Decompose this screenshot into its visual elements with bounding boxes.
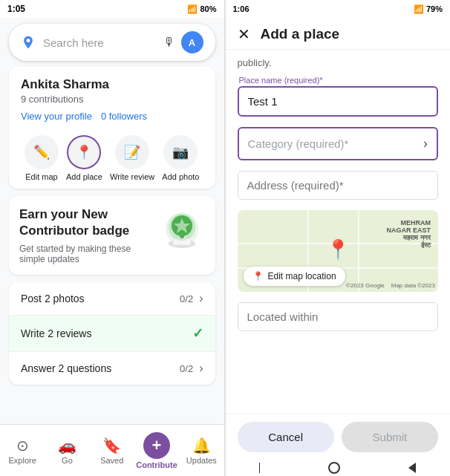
svg-point-2	[27, 39, 30, 42]
submit-button[interactable]: Submit	[342, 422, 438, 452]
checkmark-icon: ✓	[192, 325, 203, 342]
followers-link[interactable]: 0 followers	[101, 111, 147, 122]
place-name-input[interactable]	[238, 86, 439, 117]
address-input[interactable]	[238, 171, 439, 200]
signal-icon: 📶	[187, 4, 198, 14]
contributions-count: 9 contributions	[21, 94, 203, 105]
task-post-photos-progress: 0/2	[180, 293, 193, 304]
edit-map-icon-wrap: ✏️	[25, 135, 59, 169]
right-phone-bar	[226, 460, 451, 476]
user-avatar[interactable]: A	[181, 31, 203, 53]
task-post-photos-label: Post 2 photos	[21, 293, 180, 304]
cancel-button[interactable]: Cancel	[238, 422, 334, 452]
profile-section: Ankita Sharma 9 contributions View your …	[9, 67, 215, 189]
add-photo-action[interactable]: 📷 Add photo	[162, 135, 199, 181]
nav-updates[interactable]: 🔔 Updates	[179, 425, 224, 476]
left-panel: 1:05 📶 80% Search here 🎙 A Ankita Sharma…	[0, 0, 225, 476]
right-battery: 79%	[426, 4, 443, 13]
google-maps-icon	[21, 35, 36, 50]
task-answer-questions-progress: 0/2	[180, 363, 193, 374]
edit-map-location-button[interactable]: 📍 Edit map location	[244, 267, 345, 286]
right-panel: 1:06 📶 79% ✕ Add a place publicly. Place…	[226, 0, 451, 476]
located-within-field	[238, 302, 439, 339]
task-write-reviews[interactable]: Write 2 reviews ✓	[9, 316, 215, 352]
write-review-label: Write review	[110, 172, 154, 181]
user-name: Ankita Sharma	[21, 77, 203, 92]
contribute-label: Contribute	[136, 460, 177, 469]
place-name-label: Place name (required)*	[238, 76, 439, 85]
chevron-right-category-icon: ›	[423, 136, 428, 151]
map-area: MEHRAM NAGAR EAST महराम नगर ईस्ट 📍 📍 Edi…	[238, 210, 439, 292]
category-placeholder: Category (required)*	[248, 137, 349, 150]
map-copyright: ©2023 Google Map data ©2023	[346, 282, 435, 289]
add-place-form: publicly. Place name (required)* Categor…	[226, 50, 451, 414]
address-field	[238, 171, 439, 200]
saved-icon: 🔖	[102, 437, 121, 454]
mic-icon[interactable]: 🎙	[163, 36, 175, 49]
actions-row: ✏️ Edit map 📍 Add place 📝 Write review 📷	[21, 132, 203, 181]
write-review-icon-wrap: 📝	[115, 135, 149, 169]
add-photo-icon-wrap: 📷	[163, 135, 198, 169]
task-post-photos[interactable]: Post 2 photos 0/2 ›	[9, 282, 215, 316]
nav-saved[interactable]: 🔖 Saved	[90, 425, 134, 476]
form-actions: Cancel Submit	[226, 414, 451, 460]
add-place-header: ✕ Add a place	[226, 18, 451, 50]
review-icon: 📝	[124, 144, 140, 160]
add-photo-label: Add photo	[162, 172, 199, 181]
view-profile-link[interactable]: View your profile	[21, 111, 92, 122]
edit-location-label: Edit map location	[268, 271, 336, 281]
task-write-reviews-label: Write 2 reviews	[21, 327, 192, 339]
phone-bar-back	[408, 463, 416, 473]
search-placeholder[interactable]: Search here	[43, 36, 163, 49]
heart-pin-icon: 📍	[76, 144, 92, 160]
add-place-icon-wrap: 📍	[67, 135, 101, 169]
go-icon: 🚗	[58, 437, 76, 454]
battery-text: 80%	[200, 4, 216, 13]
edit-map-action[interactable]: ✏️ Edit map	[25, 135, 59, 181]
search-bar[interactable]: Search here 🎙 A	[9, 24, 215, 61]
updates-label: Updates	[186, 456, 217, 465]
profile-links: View your profile 0 followers	[21, 111, 203, 122]
right-status-bar: 1:06 📶 79%	[226, 0, 451, 18]
nav-go[interactable]: 🚗 Go	[45, 425, 89, 476]
task-answer-questions-label: Answer 2 questions	[21, 362, 180, 374]
close-button[interactable]: ✕	[238, 25, 250, 43]
pencil-icon: ✏️	[33, 144, 50, 160]
map-copyright-text: ©2023 Google	[346, 282, 385, 289]
task-answer-questions[interactable]: Answer 2 questions 0/2 ›	[9, 352, 215, 385]
bottom-nav: ⊙ Explore 🚗 Go 🔖 Saved + Contribute 🔔 Up…	[0, 424, 224, 476]
nav-contribute[interactable]: + Contribute	[134, 425, 179, 476]
updates-icon: 🔔	[192, 437, 211, 454]
go-label: Go	[62, 456, 73, 465]
publicly-text: publicly.	[238, 57, 439, 68]
contribute-icon-wrap: +	[143, 432, 170, 459]
phone-bar-home	[328, 462, 340, 474]
map-area-hindi-label-2: ईस्ट	[421, 241, 431, 250]
edit-location-icon: 📍	[252, 271, 264, 281]
plus-icon: +	[152, 436, 162, 455]
category-dropdown[interactable]: Category (required)* ›	[238, 127, 439, 160]
chevron-right-icon: ›	[199, 292, 203, 305]
badge-icon	[162, 206, 203, 255]
left-status-bar: 1:05 📶 80%	[0, 0, 224, 18]
map-area-label: MEHRAM	[401, 219, 431, 226]
add-place-action[interactable]: 📍 Add place	[66, 135, 102, 181]
map-area-label-2: NAGAR EAST	[386, 226, 431, 234]
tasks-list: Post 2 photos 0/2 › Write 2 reviews ✓ An…	[9, 282, 215, 385]
chevron-right-icon-2: ›	[199, 362, 203, 375]
nav-explore[interactable]: ⊙ Explore	[0, 425, 45, 476]
add-place-label: Add place	[66, 172, 102, 181]
map-data-text: Map data ©2023	[391, 282, 435, 289]
svg-point-10	[180, 234, 184, 238]
located-within-input[interactable]	[238, 302, 439, 331]
right-signal-icon: 📶	[414, 4, 424, 14]
badge-title: Earn your New Contributor badge	[19, 206, 153, 239]
right-status-icons: 📶 79%	[414, 4, 443, 14]
badge-subtitle: Get started by making these simple updat…	[19, 244, 153, 264]
explore-label: Explore	[9, 456, 36, 465]
left-time: 1:05	[7, 4, 25, 14]
badge-image	[160, 206, 205, 264]
phone-bar-menu	[259, 463, 260, 473]
write-review-action[interactable]: 📝 Write review	[110, 135, 154, 181]
badge-card: Earn your New Contributor badge Get star…	[9, 196, 215, 275]
